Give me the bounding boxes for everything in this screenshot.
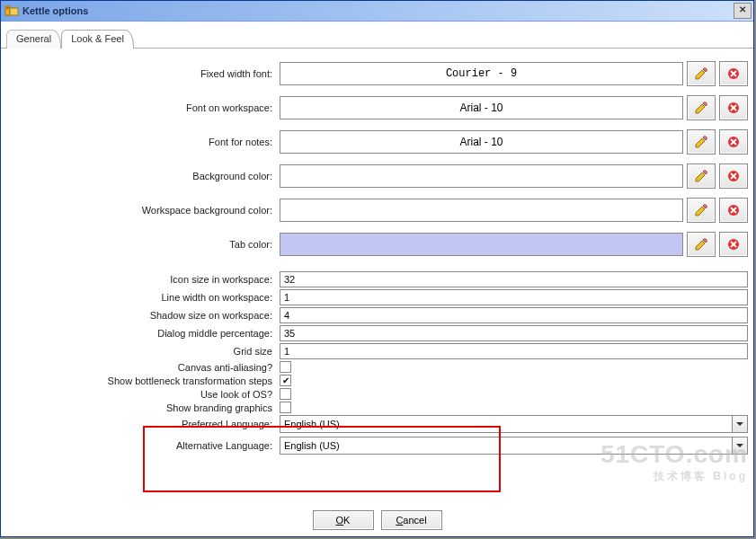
display-fixed-width-font: Courier - 9: [280, 62, 683, 85]
reset-icon: [727, 67, 740, 80]
pencil-icon: [694, 169, 708, 183]
combo-preferred-language[interactable]: English (US): [280, 415, 748, 433]
reset-fixed-width-font-button[interactable]: [719, 61, 748, 86]
label-tab-color: Tab color:: [6, 239, 276, 250]
pencil-icon: [694, 66, 708, 81]
reset-icon: [727, 204, 740, 216]
dropdown-arrow-icon: [732, 437, 747, 454]
edit-fixed-width-font-button[interactable]: [687, 61, 716, 86]
row-tab-color: Tab color:: [6, 232, 748, 257]
edit-tab-color-button[interactable]: [687, 232, 716, 257]
row-fixed-width-font: Fixed width font: Courier - 9: [6, 61, 748, 86]
label-font-on-workspace: Font on workspace:: [6, 102, 276, 113]
label-branding: Show branding graphics: [6, 402, 276, 413]
row-branding: Show branding graphics: [6, 402, 748, 413]
reset-icon: [727, 170, 740, 182]
close-button[interactable]: ✕: [734, 3, 752, 19]
row-shadow-size: Shadow size on workspace:: [6, 307, 748, 323]
row-background-color: Background color:: [6, 163, 748, 189]
checkbox-canvas-aa[interactable]: [280, 361, 291, 373]
app-icon: [4, 4, 19, 18]
row-font-on-workspace: Font on workspace: Arial - 10: [6, 95, 748, 120]
input-line-width[interactable]: [280, 289, 748, 305]
checkbox-bottleneck[interactable]: ✔: [280, 375, 291, 386]
label-alternative-language: Alternative Language:: [6, 440, 276, 451]
edit-font-on-workspace-button[interactable]: [687, 95, 716, 120]
swatch-workspace-bg-color: [280, 199, 683, 222]
row-os-look: Use look of OS?: [6, 388, 748, 400]
reset-icon: [727, 136, 740, 148]
dropdown-arrow-icon: [732, 416, 747, 432]
row-line-width: Line width on workspace:: [6, 289, 748, 305]
edit-workspace-bg-color-button[interactable]: [687, 198, 716, 223]
label-line-width: Line width on workspace:: [6, 292, 276, 303]
row-icon-size: Icon size in workspace:: [6, 271, 748, 287]
reset-font-for-notes-button[interactable]: [719, 129, 748, 155]
cancel-button[interactable]: Cancel: [381, 510, 442, 530]
display-font-on-workspace: Arial - 10: [280, 96, 683, 119]
label-canvas-aa: Canvas anti-aliasing?: [6, 362, 276, 373]
reset-tab-color-button[interactable]: [719, 232, 748, 257]
edit-background-color-button[interactable]: [687, 163, 716, 189]
label-grid-size: Grid size: [6, 346, 276, 357]
swatch-background-color: [280, 164, 683, 188]
ok-rest: K: [343, 515, 350, 526]
row-canvas-aa: Canvas anti-aliasing?: [6, 361, 748, 373]
reset-font-on-workspace-button[interactable]: [719, 95, 748, 120]
input-dialog-middle-pct[interactable]: [280, 325, 748, 341]
svg-rect-1: [10, 8, 18, 15]
display-font-for-notes: Arial - 10: [280, 130, 683, 154]
input-shadow-size[interactable]: [280, 307, 748, 323]
label-bottleneck: Show bottleneck transformation steps: [6, 376, 276, 386]
label-fixed-width-font: Fixed width font:: [6, 68, 276, 79]
checkbox-branding[interactable]: [280, 402, 291, 413]
pencil-icon: [694, 203, 708, 217]
reset-icon: [727, 102, 740, 114]
row-dialog-middle-pct: Dialog middle percentage:: [6, 325, 748, 341]
ok-button[interactable]: OK: [313, 510, 374, 530]
row-font-for-notes: Font for notes: Arial - 10: [6, 129, 748, 155]
ok-mnemonic: O: [336, 515, 344, 526]
combo-alternative-language-value: English (US): [280, 440, 732, 451]
pencil-icon: [694, 237, 708, 252]
label-icon-size: Icon size in workspace:: [6, 274, 276, 285]
reset-workspace-bg-color-button[interactable]: [719, 198, 748, 223]
combo-preferred-language-value: English (US): [280, 419, 732, 429]
label-shadow-size: Shadow size on workspace:: [6, 310, 276, 321]
tab-general[interactable]: General: [6, 30, 61, 49]
label-dialog-middle-pct: Dialog middle percentage:: [6, 328, 276, 339]
input-icon-size[interactable]: [280, 271, 748, 287]
tab-lookfeel-label: Look & Feel: [71, 33, 124, 44]
reset-icon: [727, 238, 740, 251]
edit-font-for-notes-button[interactable]: [687, 129, 716, 155]
row-bottleneck: Show bottleneck transformation steps ✔: [6, 375, 748, 386]
button-bar: OK Cancel: [1, 504, 753, 536]
dialog-window: Kettle options ✕ General Look & Feel Fix…: [0, 0, 754, 537]
cancel-rest: ancel: [403, 515, 426, 526]
label-workspace-bg-color: Workspace background color:: [6, 205, 276, 216]
tab-general-label: General: [16, 33, 51, 44]
label-font-for-notes: Font for notes:: [6, 137, 276, 147]
svg-rect-2: [6, 7, 9, 9]
pencil-icon: [694, 101, 708, 115]
label-os-look: Use look of OS?: [6, 389, 276, 400]
swatch-tab-color: [280, 233, 683, 256]
row-preferred-language: Preferred Language: English (US): [6, 415, 748, 433]
tab-content: Fixed width font: Courier - 9 Font on wo…: [1, 49, 753, 504]
row-alternative-language: Alternative Language: English (US): [6, 437, 748, 455]
label-background-color: Background color:: [6, 171, 276, 181]
tab-look-and-feel[interactable]: Look & Feel: [61, 30, 134, 49]
tab-strip: General Look & Feel: [1, 22, 753, 49]
watermark-line2: 技术博客 Blog: [600, 469, 748, 484]
checkbox-os-look[interactable]: [280, 388, 291, 400]
title-bar: Kettle options ✕: [1, 1, 753, 22]
row-workspace-bg-color: Workspace background color:: [6, 198, 748, 223]
pencil-icon: [694, 135, 708, 149]
row-grid-size: Grid size: [6, 343, 748, 359]
input-grid-size[interactable]: [280, 343, 748, 359]
combo-alternative-language[interactable]: English (US): [280, 437, 748, 455]
window-title: Kettle options: [22, 5, 734, 16]
label-preferred-language: Preferred Language:: [6, 419, 276, 429]
reset-background-color-button[interactable]: [719, 163, 748, 189]
